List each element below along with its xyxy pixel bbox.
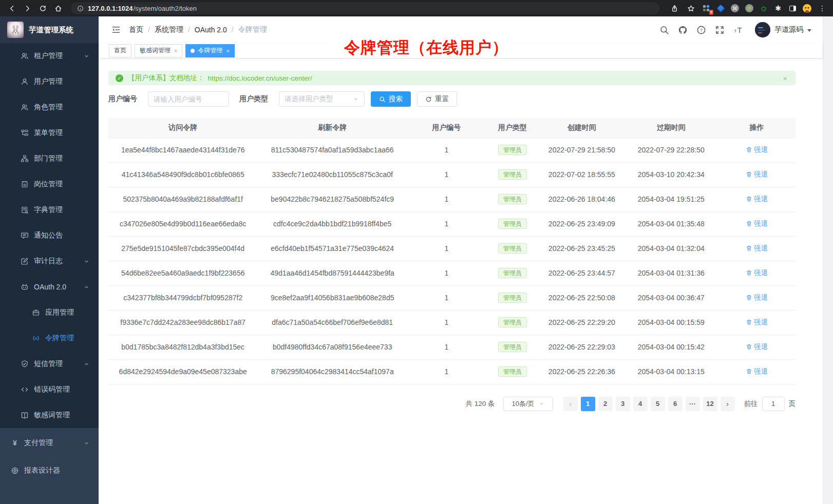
bookmark-star-icon[interactable] bbox=[685, 3, 696, 14]
font-size-icon[interactable]: тT bbox=[733, 25, 743, 35]
sidebar-item-oauth2[interactable]: OAuth 2.0 bbox=[0, 274, 99, 300]
close-icon[interactable]: × bbox=[174, 48, 177, 54]
browser-sidebar-icon[interactable] bbox=[788, 4, 797, 13]
sidebar-item-role[interactable]: 角色管理 bbox=[0, 94, 99, 120]
extension-gem-icon[interactable] bbox=[716, 4, 725, 13]
url-bar[interactable]: 127.0.0.1:1024/system/oauth2/token bbox=[71, 2, 659, 14]
user-menu[interactable]: 芋道源码 bbox=[755, 22, 811, 37]
browser-menu-icon[interactable]: ⋮ bbox=[817, 3, 828, 14]
cell-user-type: 管理员 bbox=[486, 285, 539, 310]
extension-green-star-icon[interactable]: ✩ bbox=[759, 4, 768, 13]
force-logout-button[interactable]: 强退 bbox=[746, 318, 768, 327]
sidebar-item-tenant[interactable]: 租户管理 bbox=[0, 43, 99, 69]
sidebar-item-audit-log[interactable]: 审计日志 bbox=[0, 248, 99, 274]
sidebar-item-notice[interactable]: 通知公告 bbox=[0, 223, 99, 248]
breadcrumb-oauth[interactable]: OAuth 2.0 bbox=[195, 26, 227, 34]
table-body: 1ea5e44f8bc1467aaede43144f31de76811c5304… bbox=[108, 138, 796, 384]
page-button-1[interactable]: 1 bbox=[581, 397, 595, 411]
sidebar-item-sms[interactable]: 短信管理 bbox=[0, 351, 99, 377]
page-size-value: 10条/页 bbox=[512, 399, 534, 409]
extension-pinwheel-icon[interactable]: ✱ bbox=[773, 4, 783, 13]
page-ellipsis[interactable]: ··· bbox=[686, 397, 700, 411]
table-row: 6d842e2924594de9a09e45e087323abe8796295f… bbox=[108, 359, 796, 384]
sidebar-item-error-code[interactable]: 错误码管理 bbox=[0, 377, 99, 402]
force-logout-button[interactable]: 强退 bbox=[746, 170, 768, 179]
next-page-button[interactable]: › bbox=[721, 397, 735, 411]
fullscreen-icon[interactable] bbox=[715, 25, 725, 35]
sidebar-item-label: 字典管理 bbox=[34, 205, 63, 215]
sidebar-item-dict[interactable]: 字典管理 bbox=[0, 197, 99, 223]
sidebar-item-post[interactable]: 岗位管理 bbox=[0, 171, 99, 197]
sms-icon bbox=[21, 360, 29, 368]
reset-button[interactable]: 重置 bbox=[417, 91, 457, 107]
doc-link[interactable]: https://doc.iocoder.cn/user-center/ bbox=[208, 74, 312, 82]
browser-reload-icon[interactable] bbox=[36, 2, 49, 15]
user-id-label: 用户编号 bbox=[108, 94, 137, 104]
oauth-icon bbox=[21, 283, 29, 291]
page-button-3[interactable]: 3 bbox=[616, 397, 630, 411]
delete-icon bbox=[746, 294, 752, 301]
browser-back-icon[interactable] bbox=[5, 2, 18, 15]
tab-label: 敏感词管理 bbox=[140, 46, 171, 55]
tab-sensitive-word[interactable]: 敏感词管理× bbox=[135, 44, 182, 57]
force-logout-button[interactable]: 强退 bbox=[746, 195, 768, 204]
close-icon[interactable]: × bbox=[226, 48, 229, 54]
force-logout-button[interactable]: 强退 bbox=[746, 293, 768, 302]
sidebar-item-user[interactable]: 用户管理 bbox=[0, 69, 99, 94]
browser-scrollbar[interactable] bbox=[823, 16, 833, 504]
sidebar-item-oauth2-token[interactable]: A令牌管理 bbox=[0, 325, 99, 351]
search-button[interactable]: 搜索 bbox=[371, 91, 411, 107]
extension-record-icon[interactable] bbox=[745, 4, 754, 13]
force-logout-button[interactable]: 强退 bbox=[746, 145, 768, 154]
share-icon[interactable] bbox=[669, 3, 680, 14]
cell-refresh-token: e6cfd40eb1f54571a31e775e039c4624 bbox=[257, 236, 407, 261]
page-button-4[interactable]: 4 bbox=[633, 397, 648, 411]
column-header: 刷新令牌 bbox=[257, 118, 407, 138]
cell-user-id: 1 bbox=[407, 261, 486, 285]
sidebar-item-sensitive-word[interactable]: 敏感词管理 bbox=[0, 402, 99, 428]
user-type-badge: 管理员 bbox=[498, 219, 527, 229]
page-button-5[interactable]: 5 bbox=[651, 397, 665, 411]
tab-home[interactable]: 首页 bbox=[109, 44, 131, 57]
github-icon[interactable] bbox=[678, 25, 688, 35]
extension-command-icon[interactable]: ⌘ bbox=[730, 4, 740, 13]
goto-page-input[interactable] bbox=[762, 397, 785, 411]
browser-forward-icon[interactable] bbox=[21, 2, 34, 15]
profile-avatar-icon[interactable] bbox=[802, 4, 811, 13]
breadcrumb-system[interactable]: 系统管理 bbox=[155, 25, 183, 34]
cell-user-type: 管理员 bbox=[486, 187, 539, 211]
page-button-12[interactable]: 12 bbox=[703, 397, 717, 411]
app-logo[interactable]: 🐰 芋道管理系统 bbox=[0, 16, 99, 43]
sidebar-item-report-designer[interactable]: 报表设计器 bbox=[0, 457, 99, 484]
sidebar-item-pay[interactable]: ¥支付管理 bbox=[0, 429, 99, 457]
force-logout-button[interactable]: 强退 bbox=[746, 367, 768, 376]
search-icon[interactable] bbox=[659, 25, 669, 35]
user-type-badge: 管理员 bbox=[498, 169, 527, 180]
site-info-icon[interactable] bbox=[77, 5, 84, 12]
force-logout-button[interactable]: 强退 bbox=[746, 244, 768, 253]
force-logout-button[interactable]: 强退 bbox=[746, 342, 768, 352]
svg-text:T: T bbox=[737, 26, 742, 34]
tab-token[interactable]: 令牌管理× bbox=[185, 44, 234, 57]
force-logout-button[interactable]: 强退 bbox=[746, 268, 768, 278]
sidebar-item-oauth2-app[interactable]: 应用管理 bbox=[0, 300, 99, 325]
page-button-6[interactable]: 6 bbox=[668, 397, 683, 411]
extension-tampermonkey-icon[interactable]: 9 bbox=[702, 4, 711, 13]
user-id-input[interactable] bbox=[148, 91, 229, 107]
user-type-select[interactable]: 请选择用户类型 bbox=[279, 91, 365, 107]
cell-user-id: 1 bbox=[407, 187, 486, 211]
cell-refresh-token: 811c530487574fa0af1a59d3abc1aa66 bbox=[257, 138, 407, 162]
breadcrumb-home[interactable]: 首页 bbox=[129, 25, 143, 34]
sidebar-collapse-icon[interactable] bbox=[111, 26, 121, 34]
sidebar-item-menu[interactable]: 菜单管理 bbox=[0, 120, 99, 146]
page-size-select[interactable]: 10条/页 bbox=[503, 397, 553, 411]
column-header: 过期时间 bbox=[624, 118, 718, 138]
force-logout-button[interactable]: 强退 bbox=[746, 219, 768, 228]
sidebar-item-dept[interactable]: 部门管理 bbox=[0, 146, 99, 171]
help-icon[interactable]: ? bbox=[696, 25, 706, 35]
page-button-2[interactable]: 2 bbox=[598, 397, 613, 411]
prev-page-button[interactable]: ‹ bbox=[563, 397, 578, 411]
browser-home-icon[interactable] bbox=[51, 2, 65, 15]
alert-close-icon[interactable]: × bbox=[783, 74, 787, 83]
browser-toolbar: 127.0.0.1:1024/system/oauth2/token 9 ⌘ ✩… bbox=[0, 0, 833, 16]
